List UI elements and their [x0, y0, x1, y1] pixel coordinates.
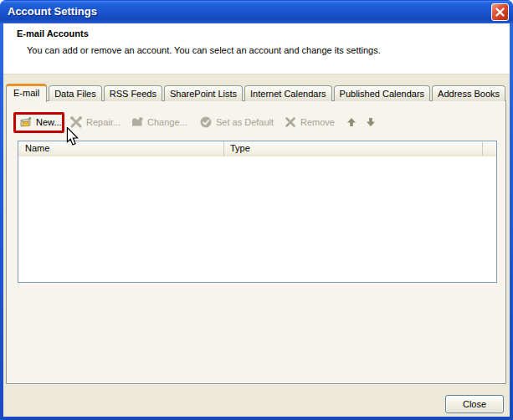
change-button[interactable]: Change...: [131, 115, 187, 129]
repair-tools-icon: [69, 115, 83, 129]
change-folder-icon: [131, 115, 144, 129]
accounts-list-header: Name Type: [18, 141, 496, 157]
move-up-button[interactable]: [346, 115, 357, 129]
new-button[interactable]: New...: [19, 115, 62, 129]
set-default-check-icon: [199, 115, 213, 129]
header-band: E-mail Accounts You can add or remove an…: [3, 23, 510, 74]
page-title: E-mail Accounts: [17, 28, 89, 38]
tab-data-files[interactable]: Data Files: [49, 85, 102, 101]
page-description: You can add or remove an account. You ca…: [27, 45, 381, 55]
accounts-list: Name Type: [18, 141, 497, 283]
window-title: Account Settings: [8, 5, 97, 18]
tab-published-calendars[interactable]: Published Calendars: [334, 85, 431, 101]
change-button-label: Change...: [147, 117, 187, 127]
tab-email[interactable]: E-mail: [6, 84, 47, 102]
remove-button[interactable]: Remove: [284, 115, 335, 129]
move-down-button[interactable]: [365, 115, 377, 129]
down-arrow-icon: [365, 116, 377, 128]
tab-internet-calendars[interactable]: Internet Calendars: [244, 85, 332, 101]
email-tab-panel: New... Repair...: [6, 100, 506, 384]
close-button-label: Close: [463, 399, 486, 409]
close-x-glyph: [495, 7, 505, 18]
close-button[interactable]: Close: [445, 395, 504, 413]
column-end-divider: [482, 142, 483, 156]
column-header-type[interactable]: Type: [224, 141, 496, 156]
remove-x-icon: [284, 115, 297, 129]
repair-button[interactable]: Repair...: [69, 115, 121, 129]
title-bar[interactable]: Account Settings: [0, 0, 513, 23]
tab-address-books[interactable]: Address Books: [432, 85, 505, 101]
tab-rss-feeds[interactable]: RSS Feeds: [104, 85, 162, 101]
new-mail-envelope-icon: [19, 115, 33, 129]
set-as-default-button[interactable]: Set as Default: [199, 115, 274, 129]
accounts-list-body[interactable]: [18, 156, 496, 282]
close-icon[interactable]: [491, 3, 509, 21]
repair-button-label: Repair...: [86, 117, 121, 127]
account-settings-dialog: Account Settings E-mail Accounts You can…: [0, 0, 513, 420]
dialog-client-area: E-mail Accounts You can add or remove an…: [3, 23, 510, 417]
new-button-label: New...: [36, 117, 62, 127]
tab-strip: E-mail Data Files RSS Feeds SharePoint L…: [6, 82, 507, 101]
set-as-default-label: Set as Default: [216, 117, 274, 127]
column-header-name[interactable]: Name: [18, 141, 224, 156]
remove-button-label: Remove: [300, 117, 335, 127]
up-arrow-icon: [346, 116, 357, 128]
tab-sharepoint-lists[interactable]: SharePoint Lists: [164, 85, 243, 101]
